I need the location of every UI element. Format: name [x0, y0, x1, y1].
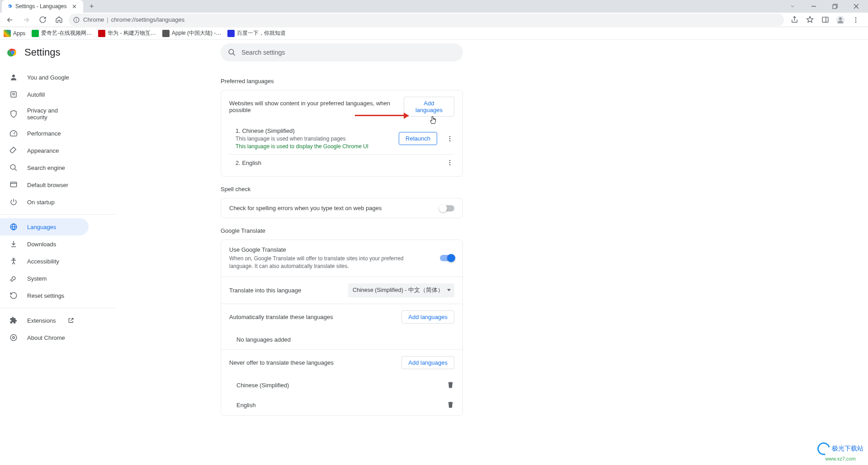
profile-avatar-icon[interactable] [834, 13, 847, 27]
apps-button[interactable]: Apps [4, 30, 25, 37]
sidebar-item-you-and-google[interactable]: You and Google [0, 69, 89, 86]
sidebar: You and Google Autofill Privacy and secu… [0, 40, 116, 465]
bookmark-item[interactable]: 百度一下，你就知道 [227, 29, 286, 37]
sidebar-item-languages[interactable]: Languages [0, 218, 89, 235]
page-title: Settings [24, 47, 61, 58]
minimize-icon[interactable] [803, 0, 824, 13]
share-icon[interactable] [788, 13, 801, 27]
bookmark-star-icon[interactable] [803, 13, 816, 27]
spell-check-toggle[interactable] [440, 205, 454, 211]
translate-into-dropdown[interactable]: Chinese (Simplified) - 中文（简体） [348, 283, 454, 297]
add-languages-button[interactable]: Add languages [404, 97, 454, 117]
translate-into-label: Translate into this language [229, 287, 301, 294]
svg-rect-7 [822, 17, 828, 22]
use-translate-title: Use Google Translate [229, 246, 419, 253]
chrome-logo-icon [7, 47, 18, 58]
spell-check-desc: Check for spelling errors when you type … [229, 205, 382, 211]
auto-translate-label: Automatically translate these languages [229, 314, 333, 320]
language-title: 2. English [236, 160, 261, 166]
side-panel-icon[interactable] [818, 13, 832, 27]
never-translate-label: Never offer to translate these languages [229, 359, 334, 366]
favicon-icon [98, 30, 105, 37]
bookmark-item[interactable]: 爱奇艺-在线视频网… [32, 29, 92, 37]
preferred-desc: Websites will show content in your prefe… [229, 100, 404, 113]
back-button[interactable] [4, 14, 16, 26]
section-spell-check: Spell check [221, 186, 463, 193]
extension-icon [9, 316, 18, 325]
sidebar-item-accessibility[interactable]: Accessibility [0, 253, 89, 270]
sidebar-item-system[interactable]: System [0, 270, 89, 287]
language-title: 1. Chinese (Simplified) [236, 127, 368, 134]
search-icon [9, 163, 18, 172]
sidebar-item-extensions[interactable]: Extensions [0, 312, 89, 329]
forward-button[interactable] [20, 14, 33, 26]
close-window-icon[interactable] [846, 0, 866, 13]
relaunch-button[interactable]: Relaunch [399, 132, 437, 145]
tab-title: Settings - Languages [15, 3, 66, 9]
never-language-row: English [221, 395, 462, 415]
language-sub: This language is used when translating p… [236, 136, 368, 142]
divider [0, 214, 116, 215]
svg-point-11 [855, 17, 857, 19]
tab-close-icon[interactable]: ✕ [70, 2, 79, 11]
url-path: chrome://settings/languages [111, 16, 185, 23]
svg-point-17 [229, 49, 234, 54]
maximize-icon[interactable] [825, 0, 845, 13]
bookmark-item[interactable]: 华为 - 构建万物互… [98, 29, 156, 37]
svg-point-30 [13, 337, 15, 339]
bookmark-item[interactable]: Apple (中国大陆) -… [162, 29, 221, 37]
use-translate-toggle[interactable] [440, 255, 454, 261]
sidebar-item-appearance[interactable]: Appearance [0, 142, 89, 159]
power-icon [9, 197, 18, 207]
speed-icon [9, 129, 18, 138]
url-box[interactable]: Chrome|chrome://settings/languages [69, 14, 784, 26]
globe-icon [9, 222, 18, 231]
sidebar-item-privacy[interactable]: Privacy and security [0, 103, 89, 125]
accessibility-icon [9, 257, 18, 266]
svg-point-5 [76, 18, 77, 19]
svg-point-31 [449, 136, 451, 137]
svg-point-28 [13, 258, 14, 259]
svg-rect-25 [10, 182, 17, 187]
sidebar-item-autofill[interactable]: Autofill [0, 86, 89, 103]
more-icon[interactable] [445, 135, 454, 142]
sidebar-item-reset[interactable]: Reset settings [0, 287, 89, 304]
never-lang-label: English [236, 402, 256, 409]
reload-button[interactable] [36, 14, 49, 26]
search-settings-input[interactable]: Search settings [221, 43, 463, 61]
delete-icon[interactable] [447, 381, 454, 390]
kebab-menu-icon[interactable] [849, 13, 863, 27]
home-button[interactable] [52, 14, 65, 26]
svg-point-32 [449, 138, 451, 139]
browser-icon [9, 180, 18, 189]
autofill-icon [9, 90, 18, 99]
more-icon[interactable] [445, 159, 454, 166]
never-lang-label: Chinese (Simplified) [236, 382, 289, 389]
add-never-languages-button[interactable]: Add languages [401, 356, 454, 369]
new-tab-button[interactable]: + [87, 2, 96, 10]
favicon-icon [227, 30, 235, 37]
svg-point-33 [449, 140, 451, 141]
bookmark-bar: Apps 爱奇艺-在线视频网… 华为 - 构建万物互… Apple (中国大陆)… [0, 27, 868, 40]
language-sub-ui: This language is used to display the Goo… [236, 143, 368, 150]
section-preferred-languages: Preferred languages [221, 78, 463, 85]
spell-check-card: Check for spelling errors when you type … [221, 198, 463, 218]
svg-point-34 [449, 160, 451, 161]
sidebar-item-performance[interactable]: Performance [0, 125, 89, 142]
delete-icon[interactable] [447, 401, 454, 410]
window-controls [782, 0, 866, 13]
sidebar-item-on-startup[interactable]: On startup [0, 193, 89, 211]
svg-rect-1 [833, 5, 836, 9]
site-info-icon[interactable] [73, 17, 80, 23]
tabs-dropdown-icon[interactable] [782, 0, 802, 13]
add-auto-languages-button[interactable]: Add languages [401, 310, 454, 324]
divider [0, 308, 116, 308]
download-icon [9, 240, 18, 249]
browser-tab[interactable]: Settings - Languages ✕ [2, 0, 83, 13]
never-language-row: Chinese (Simplified) [221, 376, 462, 395]
svg-point-23 [10, 164, 15, 169]
sidebar-item-downloads[interactable]: Downloads [0, 235, 89, 253]
sidebar-item-search-engine[interactable]: Search engine [0, 159, 89, 176]
sidebar-item-about[interactable]: About Chrome [0, 329, 89, 346]
sidebar-item-default-browser[interactable]: Default browser [0, 176, 89, 193]
